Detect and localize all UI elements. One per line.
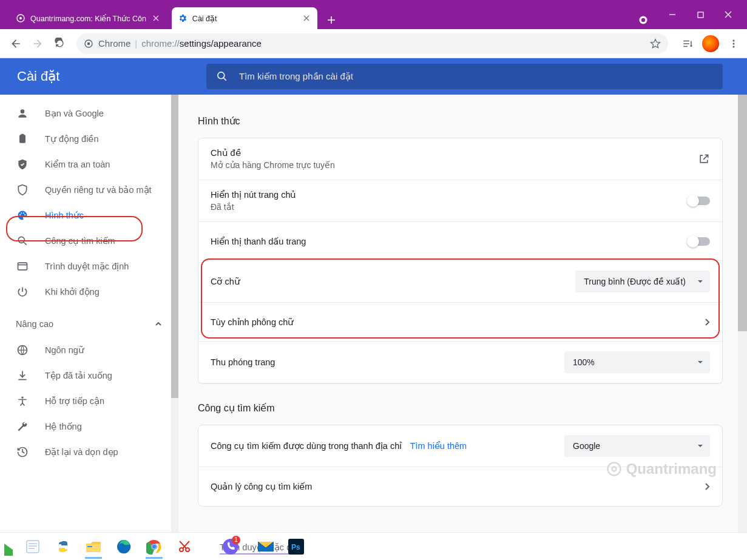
taskbar-app-notepad[interactable] [19, 535, 46, 559]
wrench-icon [16, 420, 29, 433]
power-icon [16, 285, 29, 299]
svg-point-15 [21, 212, 22, 214]
chevron-up-icon [154, 320, 163, 328]
svg-point-6 [87, 42, 90, 45]
close-window-button[interactable] [714, 5, 742, 24]
tab-quantrimang[interactable]: Quantrimang.com: Kiến Thức Côn [10, 7, 167, 29]
font-size-dropdown[interactable]: Trung bình (Được đề xuất) [575, 271, 710, 292]
svg-rect-26 [87, 546, 92, 547]
row-zoom: Thu phóng trang 100% [198, 342, 722, 383]
settings-header: Cài đặt Tìm kiếm trong phần cài đặt [0, 58, 747, 95]
accessibility-icon [16, 394, 29, 408]
browser-icon [16, 260, 29, 273]
history-icon [16, 445, 29, 459]
sidebar-item-appearance[interactable]: Hình thức [0, 203, 167, 228]
sidebar-item-you-and-google[interactable]: Bạn và Google [0, 101, 167, 126]
profile-avatar[interactable] [702, 35, 719, 52]
taskbar-app-chrome[interactable] [141, 535, 167, 559]
svg-text:Ps: Ps [291, 543, 300, 552]
sidebar-item-default-browser[interactable]: Trình duyệt mặc định [0, 254, 167, 279]
sidebar-item-search[interactable]: Công cụ tìm kiếm [0, 228, 167, 254]
appearance-card: Chủ đề Mở cửa hàng Chrome trực tuyến Hiể… [198, 138, 723, 384]
taskbar-app-explorer[interactable] [80, 535, 107, 559]
window-titlebar: Quantrimang.com: Kiến Thức Côn Cài đặt [0, 0, 747, 29]
svg-point-31 [152, 544, 157, 548]
menu-icon[interactable] [725, 35, 742, 52]
row-custom-fonts[interactable]: Tùy chỉnh phông chữ [198, 303, 722, 342]
address-bar[interactable]: Chrome | chrome://settings/appearance [76, 33, 668, 54]
search-placeholder: Tìm kiếm trong phần cài đặt [239, 71, 353, 82]
close-icon[interactable] [302, 13, 311, 23]
open-external-icon[interactable] [698, 153, 710, 165]
taskbar-app-green[interactable] [4, 535, 16, 559]
zoom-dropdown[interactable]: 100% [564, 351, 710, 373]
clipboard-icon [16, 132, 29, 146]
taskbar-app-python[interactable] [50, 535, 76, 559]
settings-sidebar: Bạn và Google Tự động điền Kiểm tra an t… [0, 95, 178, 532]
search-engine-dropdown[interactable]: Google [564, 435, 710, 457]
download-icon [16, 369, 29, 382]
window-controls [658, 2, 742, 27]
taskbar: Trình duyệt mặc định 1 Ps [0, 532, 747, 560]
shield-check-icon [16, 158, 29, 171]
reload-button[interactable] [49, 33, 70, 55]
svg-rect-13 [21, 134, 24, 136]
globe-icon [16, 343, 29, 357]
taskbar-app-edge[interactable] [110, 535, 137, 559]
sidebar-scrollbar[interactable] [171, 95, 178, 532]
toolbar: Chrome | chrome://settings/appearance [0, 29, 747, 58]
minimize-button[interactable] [658, 5, 686, 24]
bookmarks-toggle[interactable] [688, 237, 710, 246]
row-search-engine: Công cụ tìm kiếm được dùng trong thanh đ… [198, 425, 722, 467]
person-icon [16, 107, 29, 120]
sidebar-item-safety-check[interactable]: Kiểm tra an toàn [0, 152, 167, 177]
chevron-right-icon [704, 318, 710, 326]
taskbar-app-mail[interactable] [252, 535, 279, 559]
svg-point-7 [732, 39, 734, 41]
search-engine-card: Công cụ tìm kiếm được dùng trong thanh đ… [198, 425, 723, 507]
bookmark-star-icon[interactable] [650, 38, 661, 49]
svg-rect-12 [19, 135, 25, 143]
sidebar-item-system[interactable]: Hệ thống [0, 414, 167, 439]
taskbar-app-viber[interactable]: 1 [217, 535, 244, 559]
sidebar-item-language[interactable]: Ngôn ngữ [0, 337, 167, 363]
extension-icon[interactable] [634, 11, 652, 29]
svg-point-17 [24, 214, 25, 215]
tab-strip: Quantrimang.com: Kiến Thức Côn Cài đặt [5, 7, 634, 29]
sidebar-advanced-toggle[interactable]: Nâng cao [0, 311, 178, 337]
svg-point-18 [18, 237, 24, 243]
shield-icon [16, 183, 29, 197]
close-icon[interactable] [151, 13, 161, 23]
row-font-size: Cỡ chữ Trung bình (Được đề xuất) [198, 261, 722, 303]
section-search-title: Công cụ tìm kiếm [198, 402, 723, 414]
sidebar-item-privacy[interactable]: Quyền riêng tư và bảo mật [0, 177, 167, 203]
tab-settings[interactable]: Cài đặt [172, 7, 317, 29]
svg-point-10 [218, 72, 225, 79]
settings-search[interactable]: Tìm kiếm trong phần cài đặt [206, 64, 723, 89]
row-home-button: Hiển thị nút trang chủ Đã tắt [198, 180, 722, 222]
sidebar-item-on-startup[interactable]: Khi khởi động [0, 279, 167, 305]
taskbar-app-snip[interactable] [171, 535, 198, 559]
taskbar-app-photoshop[interactable]: Ps [283, 535, 309, 559]
sidebar-item-reset[interactable]: Đặt lại và dọn dẹp [0, 439, 167, 465]
url-text: Chrome | chrome://settings/appearance [98, 38, 645, 49]
home-button-toggle[interactable] [688, 197, 710, 205]
svg-point-1 [19, 17, 22, 19]
main-scrollbar[interactable] [738, 95, 747, 532]
forward-button[interactable] [27, 33, 49, 55]
new-tab-button[interactable] [322, 11, 340, 29]
chevron-down-icon [697, 278, 704, 285]
sidebar-item-downloads[interactable]: Tệp đã tải xuống [0, 363, 167, 388]
learn-more-link[interactable]: Tìm hiểu thêm [410, 441, 467, 451]
svg-rect-24 [27, 541, 39, 553]
sidebar-item-autofill[interactable]: Tự động điền [0, 126, 167, 152]
sidebar-item-accessibility[interactable]: Hỗ trợ tiếp cận [0, 388, 167, 414]
reading-list-icon[interactable] [679, 35, 696, 52]
svg-point-21 [21, 397, 23, 399]
tab-title: Quantrimang.com: Kiến Thức Côn [30, 14, 146, 23]
row-manage-search[interactable]: Quản lý công cụ tìm kiếm [198, 467, 722, 506]
maximize-button[interactable] [686, 5, 714, 24]
back-button[interactable] [5, 33, 27, 55]
row-theme[interactable]: Chủ đề Mở cửa hàng Chrome trực tuyến [198, 138, 722, 180]
settings-gear-icon [178, 13, 188, 23]
